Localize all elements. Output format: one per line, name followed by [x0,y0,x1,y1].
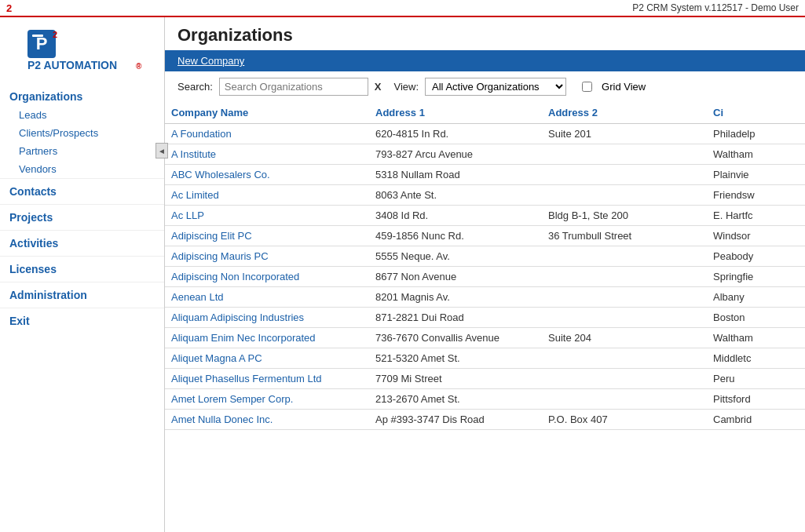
sidebar-item-contacts[interactable]: Contacts [0,178,164,204]
company-name-cell: Aliquet Magna A PC [165,348,369,369]
table-body: A Foundation620-4815 In Rd.Suite 201Phil… [165,124,805,430]
address1-cell: 521-5320 Amet St. [369,348,542,369]
address2-cell [542,287,707,308]
sidebar-item-exit[interactable]: Exit [0,308,164,333]
col-header-company-name: Company Name [165,102,369,124]
table-row: Amet Lorem Semper Corp.213-2670 Amet St.… [165,389,805,410]
table-row: Adipiscing Elit PC459-1856 Nunc Rd.36 Tr… [165,226,805,246]
search-input[interactable] [219,78,368,96]
new-company-button[interactable]: New Company [177,55,244,67]
view-select[interactable]: All Active Organizations [425,78,566,96]
company-link[interactable]: Ac Limited [171,189,219,201]
organizations-table: Company Name Address 1 Address 2 Ci A Fo… [165,102,805,430]
address2-cell: 36 Trumbull Street [542,226,707,246]
company-name-cell: Ac LLP [165,206,369,226]
table-row: Ac Limited8063 Ante St.Friendsw [165,185,805,206]
address1-cell: 5555 Neque. Av. [369,246,542,267]
company-name-cell: A Institute [165,144,369,165]
company-link[interactable]: Amet Lorem Semper Corp. [171,393,293,405]
company-link[interactable]: ABC Wholesalers Co. [171,169,270,180]
table-row: Aliquam Adipiscing Industries871-2821 Du… [165,308,805,328]
svg-text:®: ® [136,62,142,71]
sidebar-item-leads[interactable]: Leads [0,106,164,124]
page-header: Organizations [165,17,805,50]
address2-cell [542,308,707,328]
company-link[interactable]: Aliquam Adipiscing Industries [171,312,304,323]
city-cell: E. Hartfc [707,206,805,226]
city-cell: Albany [707,287,805,308]
table-row: Aliquet Magna A PC521-5320 Amet St.Middl… [165,348,805,369]
address2-cell [542,389,707,410]
topbar-logo: 2 [6,2,12,14]
table-row: ABC Wholesalers Co.5318 Nullam RoadPlain… [165,165,805,185]
sidebar-item-organizations[interactable]: Organizations [0,84,164,106]
address2-cell [542,246,707,267]
company-link[interactable]: A Institute [171,148,216,160]
grid-view-checkbox[interactable] [582,82,592,92]
table-row: Aliquam Enim Nec Incorporated736-7670 Co… [165,328,805,348]
address1-cell: 5318 Nullam Road [369,165,542,185]
search-bar: Search: X View: All Active Organizations… [165,71,805,102]
main-content: Organizations New Company Search: X View… [165,17,805,532]
table-row: Aliquet Phasellus Fermentum Ltd7709 Mi S… [165,369,805,389]
address1-cell: Ap #393-3747 Dis Road [369,410,542,430]
company-link[interactable]: Adipiscing Elit PC [171,230,252,242]
logo-area: P 2 P2 AUTOMATION ® [0,17,164,84]
table-row: Ac LLP3408 Id Rd.Bldg B-1, Ste 200E. Har… [165,206,805,226]
sidebar-item-activities[interactable]: Activities [0,230,164,256]
company-link[interactable]: Ac LLP [171,210,204,221]
grid-view-label[interactable]: Grid View [602,81,646,93]
company-link[interactable]: A Foundation [171,128,232,140]
company-link[interactable]: Adipiscing Mauris PC [171,250,269,262]
company-name-cell: Amet Lorem Semper Corp. [165,389,369,410]
address2-cell [542,185,707,206]
table-row: Adipiscing Mauris PC5555 Neque. Av.Peabo… [165,246,805,267]
address2-cell: P.O. Box 407 [542,410,707,430]
col-header-address1: Address 1 [369,102,542,124]
table-row: A Institute793-827 Arcu AvenueWaltham [165,144,805,165]
page-title: Organizations [177,25,792,46]
search-clear-button[interactable]: X [375,81,382,93]
city-cell: Peabody [707,246,805,267]
sidebar-item-licenses[interactable]: Licenses [0,256,164,282]
city-cell: Friendsw [707,185,805,206]
address2-cell: Suite 204 [542,328,707,348]
search-label: Search: [177,81,213,93]
address1-cell: 213-2670 Amet St. [369,389,542,410]
sidebar-item-vendors[interactable]: Vendors [0,160,164,178]
address2-cell [542,369,707,389]
sidebar: P 2 P2 AUTOMATION ® Organizations Leads … [0,17,165,532]
address2-cell [542,348,707,369]
company-name-cell: Ac Limited [165,185,369,206]
company-name-cell: Adipiscing Mauris PC [165,246,369,267]
company-name-cell: Amet Nulla Donec Inc. [165,410,369,430]
city-cell: Boston [707,308,805,328]
col-header-address2: Address 2 [542,102,707,124]
address1-cell: 8677 Non Avenue [369,267,542,287]
company-link[interactable]: Aliquam Enim Nec Incorporated [171,332,316,344]
address2-cell [542,165,707,185]
sidebar-item-projects[interactable]: Projects [0,204,164,230]
sidebar-item-partners[interactable]: Partners [0,142,164,160]
address2-cell: Suite 201 [542,124,707,144]
action-bar: New Company [165,50,805,71]
table-row: Amet Nulla Donec Inc.Ap #393-3747 Dis Ro… [165,410,805,430]
svg-text:2: 2 [53,30,57,39]
address2-cell [542,267,707,287]
city-cell: Plainvie [707,165,805,185]
sidebar-item-clients-prospects[interactable]: Clients/Prospects [0,124,164,142]
address1-cell: 3408 Id Rd. [369,206,542,226]
address2-cell: Bldg B-1, Ste 200 [542,206,707,226]
address1-cell: 736-7670 Convallis Avenue [369,328,542,348]
sidebar-collapse-button[interactable]: ◄ [156,143,168,159]
company-link[interactable]: Amet Nulla Donec Inc. [171,414,273,425]
city-cell: Cambrid [707,410,805,430]
company-link[interactable]: Aliquet Magna A PC [171,352,262,364]
company-link[interactable]: Aliquet Phasellus Fermentum Ltd [171,373,321,384]
address1-cell: 620-4815 In Rd. [369,124,542,144]
city-cell: Middletc [707,348,805,369]
address1-cell: 871-2821 Dui Road [369,308,542,328]
company-link[interactable]: Adipiscing Non Incorporated [171,271,299,282]
sidebar-item-administration[interactable]: Administration [0,282,164,308]
company-link[interactable]: Aenean Ltd [171,291,224,303]
